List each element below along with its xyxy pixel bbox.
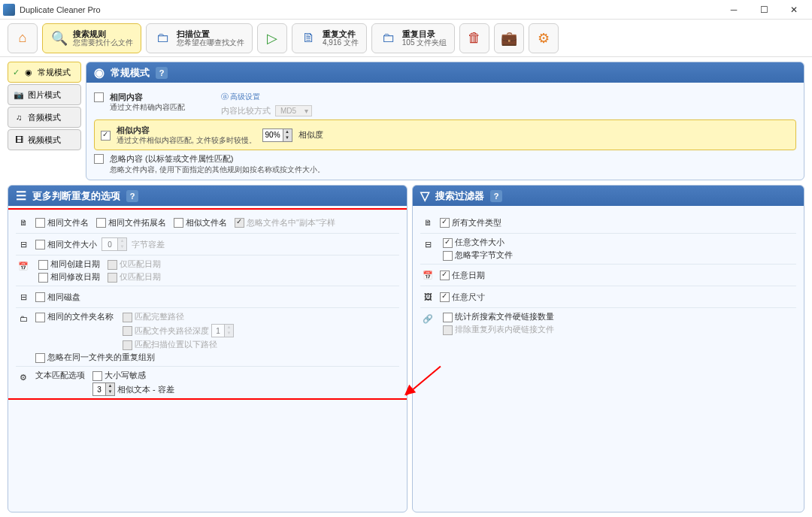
window-title: Duplicate Cleaner Pro [20, 5, 719, 14]
more-options-panel: ☰ 更多判断重复的选项 ? 🗎 相同文件名 相同文件拓展名 相似文件名 忽略文件… [8, 185, 408, 512]
delete-button[interactable]: 🗑 [459, 23, 489, 53]
tab-sub: 105 文件夹组 [402, 38, 447, 47]
mode-label: 常规模式 [38, 67, 71, 78]
home-button[interactable]: ⌂ [8, 23, 38, 53]
similar-content-box: 相似内容 通过文件相似内容匹配, 文件较多时较慢。 ▲▼ 相似度 [94, 119, 796, 150]
files-icon: 🗎 [300, 29, 318, 47]
size-icon: ⊟ [420, 237, 435, 252]
gear-icon: ⚙ [537, 29, 550, 47]
compare-method-label: 内容比较方式 [221, 105, 271, 116]
panel-title: 更多判断重复的选项 [32, 189, 120, 203]
search-rule-tab[interactable]: 🔍 搜索规则 您需要找什么文件 [42, 23, 141, 53]
ignore-zero-checkbox[interactable] [443, 251, 453, 261]
image-icon: 🖼 [420, 289, 435, 304]
similar-content-checkbox[interactable] [101, 131, 111, 141]
all-types-checkbox[interactable] [440, 218, 450, 228]
panel-title: 常规模式 [111, 66, 150, 80]
play-icon: ▷ [265, 29, 279, 47]
tab-title: 扫描位置 [177, 29, 244, 38]
maximize-button[interactable]: ☐ [749, 1, 779, 19]
compare-method-dropdown: MD5 [275, 105, 312, 116]
folders-icon: 🗀 [380, 29, 398, 47]
panel-title: 搜索过滤器 [435, 189, 484, 203]
minimize-button[interactable]: ─ [719, 1, 749, 19]
annotation-arrow [406, 395, 451, 396]
mode-audio[interactable]: ♫ 音频模式 [8, 107, 81, 128]
fingerprint-icon: ◉ [94, 65, 105, 80]
ignore-copy-checkbox [235, 218, 244, 228]
help-button[interactable]: ? [490, 190, 502, 202]
option-label: 相似内容 [117, 125, 256, 135]
ignore-same-folder-group-checkbox[interactable] [35, 353, 45, 363]
spin-down[interactable]: ▼ [283, 135, 292, 141]
advanced-settings-toggle[interactable]: ⓐ 高级设置 [221, 92, 312, 102]
fingerprint-icon: ◉ [23, 66, 35, 78]
ignore-content-checkbox[interactable] [94, 154, 104, 164]
start-scan-button[interactable]: ▷ [257, 23, 287, 53]
list-icon: ☰ [16, 189, 26, 203]
same-filename-checkbox[interactable] [35, 218, 45, 228]
mode-video[interactable]: 🎞 视频模式 [8, 129, 81, 150]
tab-sub: 您希望在哪查找文件 [177, 38, 244, 47]
close-button[interactable]: ✕ [779, 1, 809, 19]
same-ext-checkbox[interactable] [96, 218, 106, 228]
size-tolerance-spinner: ▲▼ [102, 237, 127, 251]
option-desc: 通过文件精确内容匹配 [110, 102, 185, 112]
similar-filename-checkbox[interactable] [174, 218, 183, 228]
option-desc: 忽略文件内容, 使用下面指定的其他规则如按名称或按文件大小。 [110, 165, 325, 174]
music-icon: ♫ [13, 111, 25, 123]
any-dim-checkbox[interactable] [440, 292, 450, 302]
any-size-checkbox[interactable] [443, 238, 453, 248]
same-modified-checkbox[interactable] [38, 273, 48, 283]
similarity-label: 相似度 [298, 129, 323, 141]
regular-mode-panel: ◉ 常规模式 ? 相同内容 通过文件精确内容匹配 ⓐ 高级设置 [86, 62, 804, 180]
tab-title: 搜索规则 [73, 29, 133, 38]
help-button[interactable]: ? [126, 190, 138, 202]
camera-icon: 📷 [13, 89, 25, 101]
check-icon: ✓ [13, 68, 20, 77]
mode-regular[interactable]: ✓ ◉ 常规模式 [8, 62, 81, 83]
toolbar: ⌂ 🔍 搜索规则 您需要找什么文件 🗀 扫描位置 您希望在哪查找文件 ▷ 🗎 重… [0, 20, 812, 57]
mode-tabs: ✓ ◉ 常规模式 📷 图片模式 ♫ 音频模式 🎞 视频模式 [8, 62, 81, 180]
funnel-icon: ▽ [420, 189, 429, 203]
similarity-spinner[interactable]: ▲▼ [262, 128, 292, 142]
same-folder-checkbox[interactable] [35, 313, 45, 322]
same-disk-checkbox[interactable] [35, 292, 45, 302]
file-icon: 🗎 [420, 215, 435, 230]
compare-method-row: 内容比较方式 MD5 [221, 105, 312, 116]
duplicate-dirs-tab[interactable]: 🗀 重复目录 105 文件夹组 [371, 23, 455, 53]
option-desc: 通过文件相似内容匹配, 文件较多时较慢。 [117, 135, 256, 145]
size-icon: ⊟ [16, 237, 31, 252]
briefcase-icon: 💼 [501, 29, 517, 47]
mode-image[interactable]: 📷 图片模式 [8, 84, 81, 105]
magnifier-icon: 🔍 [50, 29, 68, 47]
mode-label: 音频模式 [28, 112, 61, 123]
case-sensitive-checkbox[interactable] [92, 371, 102, 381]
same-created-checkbox[interactable] [38, 260, 48, 270]
spin-up[interactable]: ▲ [283, 129, 292, 135]
text-tolerance-spinner[interactable]: ▲▼ [92, 382, 115, 396]
help-button[interactable]: ? [156, 67, 168, 79]
exclude-hardlink-checkbox [443, 325, 453, 335]
hardlink-count-checkbox[interactable] [443, 313, 453, 322]
folder-icon: 🗀 [154, 29, 172, 47]
film-icon: 🎞 [13, 134, 25, 146]
same-content-checkbox[interactable] [94, 92, 104, 102]
home-icon: ⌂ [16, 29, 29, 47]
any-date-checkbox[interactable] [440, 271, 450, 280]
settings-button[interactable]: ⚙ [529, 23, 559, 53]
same-size-checkbox[interactable] [35, 240, 45, 249]
file-icon: 🗎 [16, 215, 31, 230]
toolbox-button[interactable]: 💼 [494, 23, 524, 53]
scan-location-tab[interactable]: 🗀 扫描位置 您希望在哪查找文件 [146, 23, 253, 53]
titlebar: Duplicate Cleaner Pro ─ ☐ ✕ [0, 0, 812, 20]
calendar-icon: 📅 [420, 268, 435, 283]
option-label: 相同内容 [110, 92, 185, 102]
duplicate-files-tab[interactable]: 🗎 重复文件 4,916 文件 [292, 23, 367, 53]
disk-icon: ⊟ [16, 289, 31, 304]
app-icon [3, 4, 15, 16]
similarity-input[interactable] [263, 131, 283, 139]
date-only2-checkbox [108, 273, 117, 283]
tab-sub: 4,916 文件 [323, 38, 359, 47]
option-label: 忽略内容 (以标签或文件属性匹配) [110, 153, 325, 164]
